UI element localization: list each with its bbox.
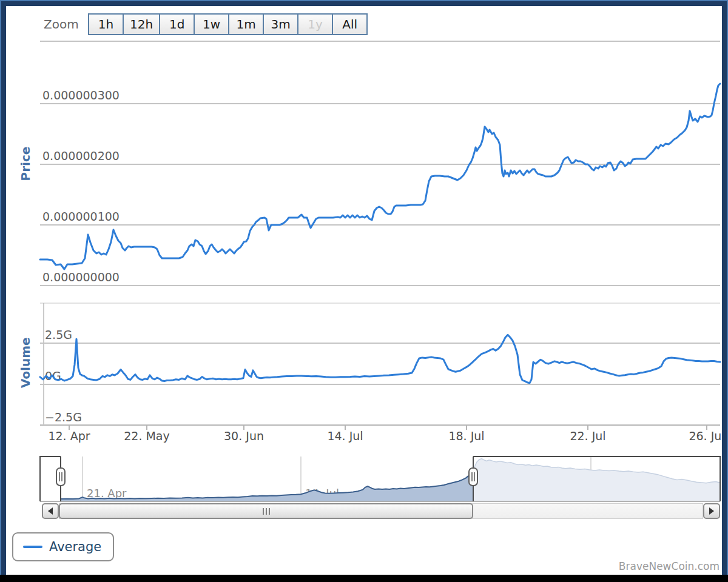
scrollbar-thumb[interactable] <box>59 503 473 519</box>
zoom-button-3m[interactable]: 3m <box>263 13 298 35</box>
zoom-label: Zoom <box>44 17 79 32</box>
volume-tick-label: 2.5G <box>45 328 72 341</box>
volume-series-line[interactable] <box>40 335 720 383</box>
navigator-unselected-area[interactable] <box>473 459 720 502</box>
x-axis-tick-label: 12. Apr <box>48 429 90 443</box>
zoom-button-1y: 1y <box>297 13 333 35</box>
grip-bars-icon <box>263 508 264 515</box>
zoom-button-1d[interactable]: 1d <box>159 13 195 35</box>
price-tick-label: 0.000000000 <box>42 270 120 284</box>
bottom-black-bar <box>0 575 728 582</box>
x-axis-tick-label: 30. Jun <box>224 429 264 443</box>
grip-bars-icon <box>266 508 267 515</box>
price-tick-label: 0.000000300 <box>42 89 120 102</box>
x-axis-tick-label: 14. Jul <box>327 429 363 443</box>
navigator-handle-right[interactable] <box>469 468 477 486</box>
price-tick-label: 0.000000100 <box>42 210 120 223</box>
volume-axis-title: Volume <box>18 340 34 388</box>
x-axis-tick-label: 22. May <box>124 429 170 443</box>
legend-item-average[interactable]: Average <box>12 532 114 561</box>
scrollbar-right-button[interactable] <box>703 503 720 519</box>
navigator-handle-left[interactable] <box>56 468 65 486</box>
arrow-right-icon <box>709 507 714 515</box>
x-axis-tick-label: 26. Jul <box>689 429 724 443</box>
zoom-button-1w[interactable]: 1w <box>194 13 229 35</box>
volume-tick-label: −2.5G <box>45 410 82 424</box>
grip-bars-icon <box>269 508 270 515</box>
arrow-left-icon <box>48 507 53 515</box>
price-series-line[interactable] <box>40 84 720 269</box>
price-tick-label: 0.000000200 <box>42 149 120 162</box>
range-selector: 1h12h1d1w1m3m1yAll <box>88 13 368 35</box>
stock-chart: 0.0000003000.0000002000.0000001000.00000… <box>0 0 728 575</box>
x-axis-tick-label: 18. Jul <box>448 429 484 443</box>
zoom-button-all[interactable]: All <box>332 13 368 35</box>
zoom-button-1h[interactable]: 1h <box>88 13 124 35</box>
scrollbar-left-button[interactable] <box>42 503 59 519</box>
legend-label: Average <box>49 540 101 554</box>
series-color-swatch <box>23 546 42 548</box>
zoom-button-1m[interactable]: 1m <box>228 13 264 35</box>
x-axis-tick-label: 22. Jul <box>570 429 605 443</box>
price-axis-title: Price <box>18 139 34 188</box>
zoom-button-12h[interactable]: 12h <box>123 13 160 35</box>
watermark: BraveNewCoin.com <box>619 560 720 572</box>
